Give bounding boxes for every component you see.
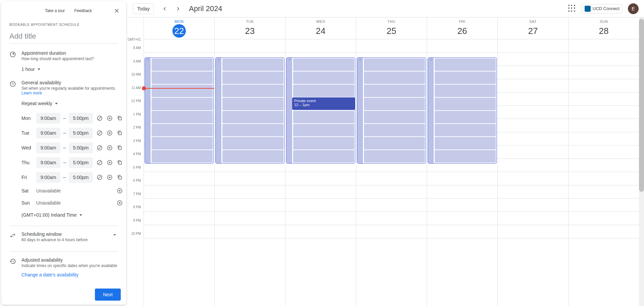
hour-cell[interactable] (498, 132, 568, 145)
appointment-slot[interactable] (364, 98, 425, 110)
hour-cell[interactable] (285, 225, 356, 238)
appointment-slot[interactable] (293, 111, 354, 123)
org-badge[interactable]: UCD Connect (582, 4, 623, 13)
hour-cell[interactable] (569, 159, 639, 172)
start-time-input[interactable] (36, 172, 60, 183)
hour-cell[interactable] (569, 52, 639, 66)
appointment-slot[interactable] (293, 150, 354, 163)
day-number[interactable]: 27 (526, 24, 540, 38)
drag-handle-icon[interactable] (286, 58, 292, 163)
hour-cell[interactable] (427, 238, 497, 252)
appointment-slot[interactable] (435, 72, 496, 84)
appointment-slot[interactable] (222, 111, 283, 123)
hour-cell[interactable] (498, 92, 568, 105)
hour-cell[interactable] (498, 238, 568, 252)
hour-cell[interactable] (498, 172, 568, 185)
hour-cell[interactable] (285, 39, 356, 52)
appointment-slot[interactable] (364, 111, 425, 123)
drag-handle-icon[interactable] (216, 58, 222, 163)
hour-cell[interactable] (356, 198, 427, 212)
add-period-icon[interactable] (106, 144, 114, 152)
hour-cell[interactable] (285, 238, 356, 252)
appointment-slot[interactable] (364, 58, 425, 71)
end-time-input[interactable] (69, 157, 93, 168)
start-time-input[interactable] (36, 113, 60, 124)
today-button[interactable]: Today (133, 3, 154, 14)
hour-cell[interactable] (144, 172, 214, 185)
appointment-slot[interactable] (222, 137, 283, 149)
hour-cell[interactable] (569, 65, 639, 79)
copy-icon[interactable] (116, 129, 124, 137)
hour-cell[interactable] (427, 198, 497, 212)
end-time-input[interactable] (69, 113, 93, 124)
day-number[interactable]: 25 (385, 24, 398, 38)
unavailable-icon[interactable] (96, 114, 104, 122)
hour-cell[interactable] (498, 225, 568, 238)
end-time-input[interactable] (69, 128, 93, 138)
hour-cell[interactable] (144, 39, 214, 52)
hour-cell[interactable] (356, 212, 427, 225)
appointment-slot[interactable] (222, 72, 283, 84)
appointment-slot[interactable] (222, 98, 283, 110)
add-period-icon[interactable] (106, 129, 114, 137)
unavailable-icon[interactable] (96, 144, 104, 152)
close-icon[interactable] (110, 4, 123, 17)
prev-week-button[interactable] (159, 3, 170, 14)
hour-cell[interactable] (498, 145, 568, 159)
copy-icon[interactable] (116, 144, 124, 152)
hour-cell[interactable] (215, 212, 285, 225)
next-week-button[interactable] (173, 3, 183, 14)
hour-cell[interactable] (569, 132, 639, 145)
hour-cell[interactable] (427, 185, 497, 199)
day-number[interactable]: 26 (455, 24, 469, 38)
take-tour-tab[interactable]: Take a tour (41, 6, 69, 15)
appointment-slot[interactable] (293, 124, 354, 136)
avatar[interactable]: E (628, 3, 639, 14)
appointment-slot[interactable] (364, 72, 425, 84)
hour-cell[interactable] (215, 172, 285, 185)
hour-cell[interactable] (569, 105, 639, 119)
copy-icon[interactable] (116, 114, 124, 122)
appointment-slot[interactable] (222, 150, 283, 163)
appointment-slot[interactable] (364, 124, 425, 136)
hour-cell[interactable] (215, 185, 285, 199)
copy-icon[interactable] (116, 173, 124, 181)
learn-more-link[interactable]: Learn more (21, 91, 42, 95)
drag-handle-icon[interactable] (357, 58, 363, 163)
feedback-tab[interactable]: Feedback (70, 6, 96, 15)
apps-icon[interactable] (568, 5, 576, 13)
hour-cell[interactable] (569, 238, 639, 252)
title-input[interactable] (9, 31, 118, 44)
hour-cell[interactable] (498, 159, 568, 172)
hour-cell[interactable] (569, 225, 639, 238)
scrollbar[interactable] (639, 17, 644, 306)
hour-cell[interactable] (144, 212, 214, 225)
start-time-input[interactable] (36, 128, 60, 138)
day-number[interactable]: 28 (597, 24, 610, 38)
hour-cell[interactable] (427, 212, 497, 225)
appointment-slot[interactable] (152, 124, 213, 136)
hour-cell[interactable] (144, 185, 214, 199)
add-period-icon[interactable] (106, 159, 114, 167)
appointment-slot[interactable] (152, 111, 213, 123)
appointment-slot[interactable] (435, 137, 496, 149)
drag-handle-icon[interactable] (428, 58, 434, 163)
hour-cell[interactable] (285, 172, 356, 185)
hour-cell[interactable] (215, 238, 285, 252)
availability-block[interactable] (286, 57, 355, 164)
hour-cell[interactable] (569, 39, 639, 52)
appointment-slot[interactable] (152, 58, 213, 71)
availability-block[interactable] (145, 57, 214, 164)
appointment-slot[interactable] (152, 72, 213, 84)
appointment-slot[interactable] (293, 137, 354, 149)
appointment-slot[interactable] (435, 58, 496, 71)
availability-block[interactable] (357, 57, 426, 164)
hour-cell[interactable] (285, 198, 356, 212)
unavailable-icon[interactable] (96, 129, 104, 137)
hour-cell[interactable] (569, 145, 639, 159)
appointment-slot[interactable] (435, 111, 496, 123)
repeat-dropdown[interactable]: Repeat weekly (21, 99, 58, 107)
next-button[interactable]: Next (95, 289, 121, 301)
hour-cell[interactable] (498, 79, 568, 92)
hour-cell[interactable] (498, 39, 568, 52)
